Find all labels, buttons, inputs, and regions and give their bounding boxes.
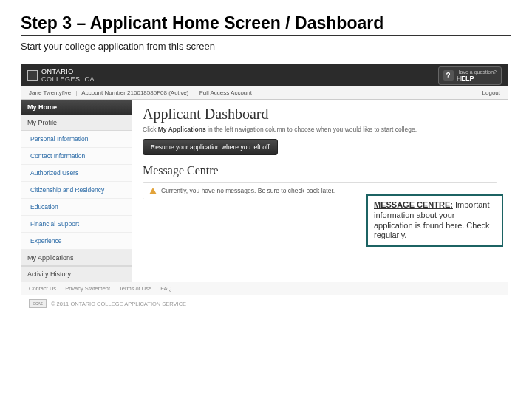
top-bar: ONTARIO COLLEGES .CA ? Have a question? … xyxy=(21,64,508,86)
logo-icon xyxy=(27,70,38,81)
logo-tld: .CA xyxy=(83,75,95,83)
site-logo[interactable]: ONTARIO COLLEGES .CA xyxy=(27,68,95,83)
account-info: Jane Twentyfive | Account Number 2100185… xyxy=(29,89,252,96)
sidebar-home-tab[interactable]: My Home xyxy=(21,100,132,115)
separator: | xyxy=(75,89,77,96)
footer-links: Contact Us Privacy Statement Terms of Us… xyxy=(21,282,508,295)
instr-suffix: in the left navigation column to choose … xyxy=(206,126,417,133)
dashboard-title: Applicant Dashboard xyxy=(143,106,497,123)
message-centre-callout: MESSAGE CENTRE: Important information ab… xyxy=(366,194,503,247)
app-body: My Home My Profile Personal Information … xyxy=(21,100,508,282)
dashboard-instruction: Click My Applications in the left naviga… xyxy=(143,126,497,133)
message-centre-title: Message Centre xyxy=(143,164,497,177)
help-text: HELP xyxy=(457,75,474,82)
sidebar-section-activity[interactable]: Activity History xyxy=(21,266,132,282)
sidebar-item-financial[interactable]: Financial Support xyxy=(21,216,132,233)
instr-bold: My Applications xyxy=(158,126,206,133)
footer-link-contact[interactable]: Contact Us xyxy=(29,285,56,292)
account-access: Full Access Account xyxy=(200,89,252,96)
sidebar-item-personal[interactable]: Personal Information xyxy=(21,131,132,148)
help-label-wrap: Have a question? HELP xyxy=(457,69,497,82)
question-icon: ? xyxy=(443,70,454,81)
sidebar-item-education[interactable]: Education xyxy=(21,199,132,216)
app-window: ONTARIO COLLEGES .CA ? Have a question? … xyxy=(21,64,508,313)
logo-text: ONTARIO COLLEGES .CA xyxy=(41,68,95,83)
ocas-footer: OCAS © 2011 ONTARIO COLLEGE APPLICATION … xyxy=(21,295,508,313)
slide-subtitle: Start your college application from this… xyxy=(21,41,511,52)
copyright-text: © 2011 ONTARIO COLLEGE APPLICATION SERVI… xyxy=(51,301,186,307)
sidebar-section-applications[interactable]: My Applications xyxy=(21,250,132,266)
instr-prefix: Click xyxy=(143,126,158,133)
sidebar-item-authorized[interactable]: Authorized Users xyxy=(21,165,132,182)
logo-main: ONTARIO xyxy=(41,68,74,75)
sidebar-item-experience[interactable]: Experience xyxy=(21,233,132,250)
footer-link-privacy[interactable]: Privacy Statement xyxy=(65,285,110,292)
account-number: Account Number 210018585F08 (Active) xyxy=(81,89,188,96)
footer-link-faq[interactable]: FAQ xyxy=(160,285,171,292)
footer-link-terms[interactable]: Terms of Use xyxy=(119,285,151,292)
help-question-text: Have a question? xyxy=(457,69,497,75)
message-centre-text: Currently, you have no messages. Be sure… xyxy=(161,187,335,194)
warning-icon xyxy=(149,188,157,194)
slide-title: Step 3 – Applicant Home Screen / Dashboa… xyxy=(21,13,511,36)
logo-sub: COLLEGES xyxy=(41,75,81,83)
ocas-badge-icon: OCAS xyxy=(29,299,47,308)
callout-head: MESSAGE CENTRE: xyxy=(374,200,453,209)
resume-application-button[interactable]: Resume your application where you left o… xyxy=(143,139,278,155)
account-strip: Jane Twentyfive | Account Number 2100185… xyxy=(21,86,508,100)
logout-link[interactable]: Logout xyxy=(482,89,500,96)
main-panel: Applicant Dashboard Click My Application… xyxy=(132,100,508,282)
account-name: Jane Twentyfive xyxy=(29,89,71,96)
sidebar-item-citizenship[interactable]: Citizenship and Residency xyxy=(21,182,132,199)
separator: | xyxy=(194,89,195,96)
sidebar-item-contact[interactable]: Contact Information xyxy=(21,148,132,165)
sidebar: My Home My Profile Personal Information … xyxy=(21,100,132,282)
help-button[interactable]: ? Have a question? HELP xyxy=(438,66,502,85)
sidebar-section-profile[interactable]: My Profile xyxy=(21,115,132,131)
